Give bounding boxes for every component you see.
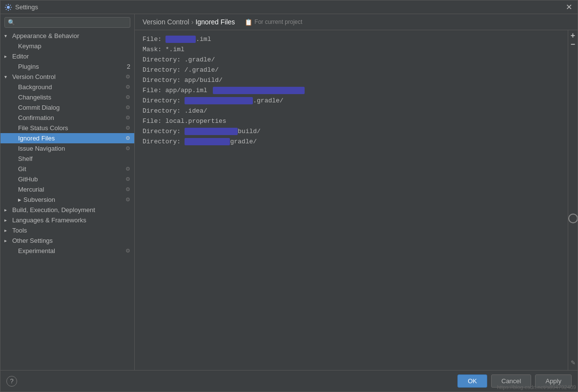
expand-arrow-icon: ▾ [4, 74, 10, 79]
sidebar-item-label: Background [18, 83, 52, 91]
file-list: File: .iml Mask: *.iml Directory: .gradl… [135, 30, 568, 370]
sidebar-item-label: Confirmation [18, 114, 54, 121]
sidebar-item-background[interactable]: Background ⚙ [0, 82, 134, 92]
sidebar-item-label: GitHub [18, 176, 38, 183]
sidebar-item-label: Mercurial [18, 186, 44, 193]
breadcrumb-parent: Version Control [143, 18, 189, 26]
remove-button[interactable]: − [569, 40, 578, 49]
sidebar: 🔍 ▾ Appearance & Behavior Keymap ▸ Edito… [0, 14, 135, 370]
sidebar-item-other-settings[interactable]: ▸ Other Settings [0, 235, 134, 246]
expand-arrow-icon: ▸ [4, 207, 10, 213]
sidebar-item-label: Version Control [12, 73, 56, 80]
project-badge: 📋 For current project [245, 19, 302, 26]
window-title: Settings [15, 3, 38, 11]
sidebar-item-subversion[interactable]: ▸ Subversion ⚙ [0, 195, 134, 205]
sidebar-item-label: Other Settings [12, 237, 53, 244]
right-panel: Version Control › Ignored Files 📋 For cu… [135, 14, 578, 370]
settings-icon: ⚙ [125, 135, 130, 141]
sidebar-item-label: Issue Navigation [18, 145, 65, 152]
list-item: File: .iml [135, 34, 568, 44]
help-button[interactable]: ? [6, 376, 17, 387]
sidebar-item-plugins[interactable]: Plugins 2 [0, 61, 134, 72]
sidebar-item-label: Experimental [18, 247, 55, 255]
selection-indicator [568, 214, 578, 223]
sidebar-item-label: Keymap [18, 42, 41, 50]
list-item: Directory: gradle/ [135, 137, 568, 147]
panel-header: Version Control › Ignored Files 📋 For cu… [135, 14, 578, 30]
sidebar-item-ignored-files[interactable]: Ignored Files ⚙ [0, 133, 134, 143]
edit-button[interactable]: ✎ [569, 358, 578, 367]
expand-arrow-icon: ▾ [4, 33, 10, 39]
sidebar-item-editor[interactable]: ▸ Editor [0, 51, 134, 61]
sidebar-item-label: Tools [12, 227, 27, 234]
list-item: Directory: app/build/ [135, 75, 568, 85]
sidebar-item-mercurial[interactable]: Mercurial ⚙ [0, 184, 134, 195]
close-button[interactable]: ✕ [564, 2, 574, 12]
add-button[interactable]: + [569, 31, 578, 40]
sidebar-item-label: Build, Execution, Deployment [12, 206, 95, 214]
expand-arrow-icon: ▸ [4, 54, 10, 59]
settings-icon: ⚙ [125, 176, 130, 182]
title-bar: Settings ✕ [0, 0, 578, 14]
sidebar-item-file-status-colors[interactable]: File Status Colors ⚙ [0, 123, 134, 133]
svg-point-0 [7, 6, 10, 9]
sidebar-item-label: Ignored Files [18, 135, 55, 142]
settings-icon: ⚙ [125, 186, 130, 193]
plugins-badge: 2 [127, 63, 130, 70]
sidebar-item-build[interactable]: ▸ Build, Execution, Deployment [0, 205, 134, 215]
breadcrumb-current: Ignored Files [195, 18, 235, 26]
expand-arrow-icon: ▸ [4, 228, 10, 233]
bottom-bar: ? OK Cancel Apply [0, 370, 578, 392]
sidebar-item-commit-dialog[interactable]: Commit Dialog ⚙ [0, 102, 134, 113]
settings-icon: ⚙ [125, 84, 130, 90]
search-box[interactable]: 🔍 [4, 17, 130, 28]
ok-button[interactable]: OK [457, 374, 487, 388]
nav-items: ▾ Appearance & Behavior Keymap ▸ Editor … [0, 31, 134, 370]
sidebar-item-appearance[interactable]: ▾ Appearance & Behavior [0, 31, 134, 41]
sidebar-item-version-control[interactable]: ▾ Version Control ⚙ [0, 72, 134, 82]
expand-arrow-icon: ▸ [18, 196, 21, 203]
settings-icon: ⚙ [125, 94, 130, 100]
search-icon: 🔍 [8, 19, 15, 26]
watermark: https://blog.csdn.net/s894792409 [495, 383, 578, 391]
main-content: 🔍 ▾ Appearance & Behavior Keymap ▸ Edito… [0, 14, 578, 370]
settings-icon: ⚙ [125, 248, 130, 254]
settings-app-icon [4, 3, 12, 11]
list-item: Mask: *.iml [135, 44, 568, 55]
list-item: File: local.properties [135, 116, 568, 126]
sidebar-item-label: Editor [12, 53, 29, 60]
sidebar-item-label: Git [18, 165, 26, 173]
settings-icon: ⚙ [125, 74, 130, 80]
redacted-text [185, 138, 230, 145]
list-item: Directory: /.gradle/ [135, 65, 568, 75]
settings-icon: ⚙ [125, 104, 130, 111]
sidebar-item-label: File Status Colors [18, 124, 68, 132]
sidebar-item-label: Changelists [18, 94, 51, 101]
content-area-wrapper: File: .iml Mask: *.iml Directory: .gradl… [135, 30, 578, 370]
title-bar-left: Settings [4, 3, 38, 11]
sidebar-item-shelf[interactable]: Shelf [0, 154, 134, 164]
expand-arrow-icon: ▸ [4, 238, 10, 243]
sidebar-item-experimental[interactable]: Experimental ⚙ [0, 246, 134, 256]
settings-icon: ⚙ [125, 145, 130, 152]
sidebar-item-github[interactable]: GitHub ⚙ [0, 174, 134, 184]
sidebar-item-confirmation[interactable]: Confirmation ⚙ [0, 113, 134, 123]
sidebar-item-changelists[interactable]: Changelists ⚙ [0, 92, 134, 102]
breadcrumb-separator: › [191, 18, 194, 26]
redacted-text [185, 97, 253, 104]
list-item: Directory: .gradle/ [135, 55, 568, 65]
sidebar-item-issue-navigation[interactable]: Issue Navigation ⚙ [0, 143, 134, 154]
project-icon: 📋 [245, 19, 252, 26]
sidebar-item-label: Plugins [18, 63, 39, 70]
sidebar-item-keymap[interactable]: Keymap [0, 41, 134, 51]
search-input[interactable] [17, 19, 127, 26]
sidebar-item-label: Shelf [18, 155, 33, 162]
expand-arrow-icon: ▸ [4, 217, 10, 223]
settings-icon: ⚙ [125, 196, 130, 203]
settings-window: Settings ✕ 🔍 ▾ Appearance & Behavior Ke [0, 0, 578, 392]
breadcrumb: Version Control › Ignored Files [143, 18, 235, 26]
sidebar-item-languages[interactable]: ▸ Languages & Frameworks [0, 215, 134, 225]
sidebar-item-tools[interactable]: ▸ Tools [0, 225, 134, 235]
list-item: Directory: build/ [135, 126, 568, 137]
sidebar-item-git[interactable]: Git ⚙ [0, 164, 134, 174]
